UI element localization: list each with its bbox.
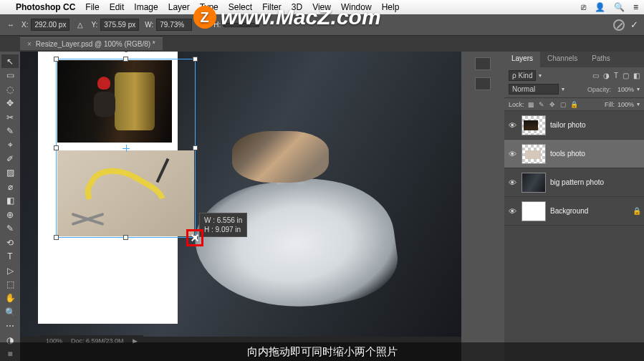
visibility-toggle[interactable]: 👁: [507, 121, 517, 130]
layer-name[interactable]: big pattern photo: [550, 178, 604, 186]
x-label: X:: [21, 21, 28, 29]
filter-type-icon[interactable]: T: [614, 72, 618, 80]
tool-zoom[interactable]: 🔍: [1, 305, 19, 319]
handle-mid-right[interactable]: [193, 145, 198, 150]
menu-layer[interactable]: Layer: [168, 2, 190, 12]
y-field[interactable]: Y: 375.59 px: [91, 19, 139, 31]
tool-lasso[interactable]: ◌: [1, 82, 19, 96]
tool-path[interactable]: ▷: [1, 264, 19, 277]
lock-position-icon[interactable]: ✥: [549, 100, 557, 108]
menu-icon[interactable]: ≡: [633, 2, 638, 12]
transform-bounding-box[interactable]: [56, 59, 196, 238]
layer-thumb[interactable]: [522, 144, 546, 164]
menu-image[interactable]: Image: [134, 2, 158, 12]
opacity-value[interactable]: 100%: [614, 86, 634, 93]
tool-more[interactable]: ⋯: [1, 319, 19, 333]
menu-filter[interactable]: Filter: [262, 2, 282, 12]
blend-mode-select[interactable]: Normal: [509, 84, 559, 95]
layer-thumb[interactable]: [522, 201, 546, 221]
h-value[interactable]: [224, 23, 259, 27]
filter-kind-select[interactable]: ρ Kind: [509, 70, 536, 81]
app-name[interactable]: Photoshop CC: [16, 2, 75, 12]
handle-top-right[interactable]: [193, 57, 198, 62]
visibility-toggle[interactable]: 👁: [507, 178, 517, 187]
menu-type[interactable]: Type: [200, 2, 218, 12]
tool-brush[interactable]: ✐: [1, 152, 19, 165]
layer-name[interactable]: Background: [550, 207, 588, 215]
layer-row[interactable]: 👁 big pattern photo: [504, 168, 644, 197]
cancel-transform-button[interactable]: [613, 19, 625, 31]
tab-layers[interactable]: Layers: [504, 52, 540, 67]
fill-value[interactable]: 100%: [617, 101, 634, 108]
tool-stamp[interactable]: ▨: [1, 166, 19, 180]
tab-channels[interactable]: Channels: [540, 52, 585, 67]
close-tab-icon[interactable]: ×: [27, 40, 32, 48]
spotlight-icon[interactable]: 🔍: [614, 2, 625, 12]
ref-point-icon[interactable]: △: [75, 21, 85, 29]
menu-help[interactable]: Help: [382, 2, 400, 12]
menu-view[interactable]: View: [312, 2, 331, 12]
handle-top-left[interactable]: [54, 57, 59, 62]
lock-all-icon[interactable]: 🔒: [570, 100, 578, 108]
lock-pixels-icon[interactable]: ✎: [538, 100, 546, 108]
y-value[interactable]: 375.59 px: [100, 19, 139, 31]
status-ext-icon[interactable]: ⎚: [581, 2, 586, 12]
menu-file[interactable]: File: [85, 2, 99, 12]
tool-hand[interactable]: ✋: [1, 292, 19, 305]
layer-row[interactable]: 👁 tailor photo: [504, 111, 644, 140]
lock-label: Lock:: [509, 101, 524, 108]
menu-window[interactable]: Window: [341, 2, 372, 12]
transform-tool-icon: ↔: [6, 21, 16, 29]
commit-transform-button[interactable]: ✓: [630, 19, 638, 30]
menu-select[interactable]: Select: [229, 2, 252, 12]
w-field[interactable]: W: 79.73%: [145, 19, 192, 31]
document-title: Resize_Layer.psd @ 100% (RGB/8) *: [36, 40, 155, 48]
tool-history-brush[interactable]: ⌀: [1, 180, 19, 193]
panel-icon-1[interactable]: [475, 57, 491, 70]
filter-smart-icon[interactable]: ◧: [633, 72, 640, 80]
layer-name[interactable]: tools photo: [550, 150, 585, 158]
w-value[interactable]: 79.73%: [156, 19, 192, 31]
filter-adjust-icon[interactable]: ◑: [603, 72, 610, 80]
status-user-icon[interactable]: 👤: [595, 2, 605, 12]
layer-row[interactable]: 👁 tools photo: [504, 140, 644, 168]
visibility-toggle[interactable]: 👁: [507, 207, 517, 216]
filter-shape-icon[interactable]: ▢: [623, 72, 629, 80]
layer-thumb[interactable]: [522, 115, 546, 135]
visibility-toggle[interactable]: 👁: [507, 150, 517, 158]
tool-gradient[interactable]: ⊕: [1, 208, 19, 221]
lock-transparency-icon[interactable]: ▩: [527, 100, 535, 108]
x-field[interactable]: X: 292.00 px: [21, 19, 69, 31]
handle-bottom-mid[interactable]: [123, 235, 128, 240]
document-tab[interactable]: × Resize_Layer.psd @ 100% (RGB/8) *: [20, 37, 163, 50]
filter-pixel-icon[interactable]: ▭: [592, 72, 599, 80]
panel-icon-2[interactable]: [475, 77, 491, 90]
handle-top-mid[interactable]: [123, 57, 128, 62]
tool-quick-select[interactable]: ✥: [1, 96, 19, 110]
tool-blur[interactable]: ✎: [1, 221, 19, 235]
h-field[interactable]: H:: [213, 21, 259, 29]
tool-crop[interactable]: ✂: [1, 110, 19, 124]
tool-eraser[interactable]: ◧: [1, 194, 19, 208]
tool-shape[interactable]: ⬚: [1, 277, 19, 291]
menu-3d[interactable]: 3D: [292, 2, 302, 12]
tool-healing[interactable]: ⌖: [1, 138, 19, 152]
link-icon[interactable]: ⚭: [198, 21, 208, 29]
options-bar: ↔ X: 292.00 px △ Y: 375.59 px W: 79.73% …: [0, 14, 644, 36]
canvas[interactable]: W : 6.556 in H : 9.097 in 100% Doc: 6.59…: [20, 52, 461, 361]
tool-marquee[interactable]: ▭: [1, 68, 19, 82]
layer-row[interactable]: 👁 Background 🔒: [504, 197, 644, 226]
tool-move[interactable]: ↖: [1, 54, 19, 68]
tool-eyedropper[interactable]: ✎: [1, 124, 19, 138]
layer-name[interactable]: tailor photo: [550, 121, 585, 129]
tab-paths[interactable]: Paths: [585, 52, 617, 67]
lock-artboard-icon[interactable]: ▢: [559, 100, 567, 108]
x-value[interactable]: 292.00 px: [31, 19, 69, 31]
tool-dodge[interactable]: ⟲: [1, 236, 19, 249]
layer-thumb[interactable]: [522, 173, 546, 193]
handle-mid-left[interactable]: [54, 145, 59, 150]
menu-edit[interactable]: Edit: [110, 2, 125, 12]
handle-bottom-left[interactable]: [54, 235, 59, 240]
tool-type[interactable]: T: [1, 249, 19, 263]
transform-center-icon[interactable]: [122, 145, 130, 152]
